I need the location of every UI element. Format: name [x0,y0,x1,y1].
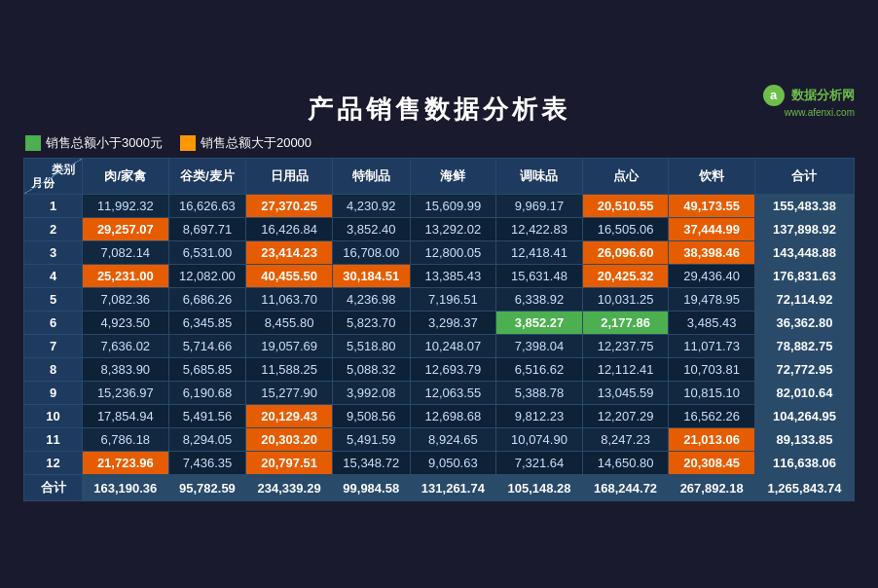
data-cell: 15,609.99 [410,195,496,218]
legend-label-green: 销售总额小于3000元 [46,134,163,152]
data-cell: 3,298.37 [410,312,496,335]
data-cell: 13,385.43 [410,265,496,288]
data-cell: 7,196.51 [410,288,496,312]
data-cell: 4,236.98 [332,288,410,312]
table-row: 37,082.146,531.0023,414.2316,708.0012,80… [24,241,855,265]
header-row: 类别 月份 肉/家禽 谷类/麦片 日用品 特制品 海鲜 调味品 点心 饮料 合计 [24,158,855,195]
data-cell: 9,050.63 [410,452,496,475]
col-header-daily: 日用品 [246,158,333,195]
legend: 销售总额小于3000元 销售总额大于20000 [23,134,855,152]
legend-item-green: 销售总额小于3000元 [25,134,163,152]
data-cell: 6,786.18 [83,428,169,452]
month-cell-6: 6 [24,312,83,335]
data-cell: 5,714.66 [168,335,246,358]
month-cell-3: 3 [24,241,83,265]
data-cell: 72,114.92 [754,288,854,312]
data-cell: 10,031.25 [582,288,669,312]
data-cell: 14,650.80 [582,452,669,475]
table-row: 77,636.025,714.6619,057.695,518.8010,248… [24,335,855,358]
month-cell-9: 9 [24,382,83,405]
data-cell: 4,230.92 [332,195,410,218]
category-label: 类别 [27,163,79,176]
data-cell: 12,237.75 [582,335,669,358]
data-cell: 6,686.26 [168,288,246,312]
data-cell: 8,247.23 [582,428,669,452]
data-cell: 4,923.50 [83,312,169,335]
total-seafood: 131,261.74 [410,475,496,501]
legend-color-orange [180,135,196,151]
data-cell: 13,292.02 [410,218,496,241]
data-cell: 21,723.96 [83,452,169,475]
total-row: 合计 163,190.36 95,782.59 234,339.29 99,98… [24,475,855,501]
data-cell: 10,074.90 [496,428,583,452]
data-cell: 5,088.32 [332,358,410,382]
data-cell: 143,448.88 [754,241,854,265]
data-cell: 155,483.38 [754,195,854,218]
data-cell: 8,383.90 [83,358,169,382]
data-cell: 20,425.32 [582,265,669,288]
data-cell: 12,422.83 [496,218,583,241]
data-cell: 5,823.70 [332,312,410,335]
data-cell: 12,800.05 [410,241,496,265]
data-cell: 16,626.63 [168,195,246,218]
data-cell: 15,631.48 [496,265,583,288]
legend-color-green [25,135,41,151]
logo-icon: a [763,85,785,106]
data-cell: 9,508.56 [332,405,410,428]
month-cell-5: 5 [24,288,83,312]
data-cell: 11,063.70 [246,288,333,312]
data-cell: 23,414.23 [246,241,333,265]
data-cell: 137,898.92 [754,218,854,241]
data-cell: 19,478.95 [669,288,755,312]
data-cell: 20,308.45 [669,452,755,475]
data-cell: 6,338.92 [496,288,583,312]
data-cell: 3,992.08 [332,382,410,405]
total-dessert: 168,244.72 [582,475,669,501]
data-cell: 49,173.55 [669,195,755,218]
data-cell: 10,703.81 [669,358,755,382]
data-cell: 16,505.06 [582,218,669,241]
table-row: 425,231.0012,082.0040,455.5030,184.5113,… [24,265,855,288]
data-cell: 15,277.90 [246,382,333,405]
data-cell: 12,418.41 [496,241,583,265]
legend-label-orange: 销售总额大于20000 [201,134,311,152]
data-cell: 20,129.43 [246,405,333,428]
total-daily: 234,339.29 [246,475,333,501]
data-cell: 16,708.00 [332,241,410,265]
col-header-seasoning: 调味品 [496,158,583,195]
data-cell: 9,812.23 [496,405,583,428]
month-cell-11: 11 [24,428,83,452]
data-cell: 8,924.65 [410,428,496,452]
total-label: 合计 [24,475,83,501]
data-cell: 72,772.95 [754,358,854,382]
col-header-beverage: 饮料 [669,158,755,195]
data-cell: 78,882.75 [754,335,854,358]
data-cell: 15,236.97 [83,382,169,405]
data-cell: 8,455.80 [246,312,333,335]
col-header-seafood: 海鲜 [410,158,496,195]
month-cell-1: 1 [24,195,83,218]
data-cell: 5,518.80 [332,335,410,358]
data-cell: 2,177.86 [582,312,669,335]
data-cell: 7,082.14 [83,241,169,265]
col-header-dessert: 点心 [582,158,669,195]
data-cell: 12,112.41 [582,358,669,382]
data-table: 类别 月份 肉/家禽 谷类/麦片 日用品 特制品 海鲜 调味品 点心 饮料 合计… [23,158,855,502]
col-header-total: 合计 [754,158,854,195]
data-cell: 89,133.85 [754,428,854,452]
data-cell: 21,013.06 [669,428,755,452]
table-row: 1221,723.967,436.3520,797.5115,348.729,0… [24,452,855,475]
data-cell: 38,398.46 [669,241,755,265]
table-row: 1017,854.945,491.5620,129.439,508.5612,6… [24,405,855,428]
data-cell: 11,588.25 [246,358,333,382]
data-cell: 12,698.68 [410,405,496,428]
data-cell: 16,562.26 [669,405,755,428]
data-cell: 15,348.72 [332,452,410,475]
data-cell: 5,388.78 [496,382,583,405]
data-cell: 25,231.00 [83,265,169,288]
month-cell-8: 8 [24,358,83,382]
data-cell: 8,697.71 [168,218,246,241]
total-special: 99,984.58 [332,475,410,501]
data-cell: 20,303.20 [246,428,333,452]
total-seasoning: 105,148.28 [496,475,583,501]
